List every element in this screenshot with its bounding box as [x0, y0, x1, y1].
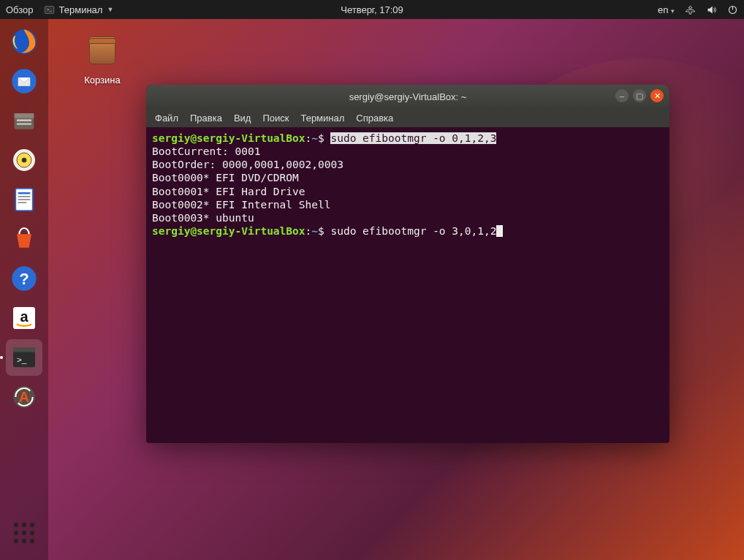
svg-text:?: ? [19, 270, 29, 288]
svg-rect-23 [13, 348, 35, 352]
launcher-amazon[interactable]: a [6, 300, 42, 336]
out-line: Boot0001* EFI Hard Drive [152, 186, 305, 197]
prompt-path: ~ [311, 132, 318, 144]
svg-rect-14 [18, 192, 31, 194]
out-line: Boot0000* EFI DVD/CDROM [152, 172, 299, 183]
svg-rect-7 [15, 113, 34, 118]
power-icon[interactable] [727, 4, 738, 15]
cmd-2: sudo efibootmgr -o 3,0,1,2 [330, 225, 496, 237]
svg-text:>_: >_ [17, 355, 27, 364]
app-menu[interactable]: >_ Терминал ▼ [44, 4, 114, 15]
menu-view[interactable]: Вид [234, 113, 251, 124]
cmd-1: sudo efibootmgr -o 0,1,2,3 [330, 132, 496, 144]
window-titlebar[interactable]: sergiy@sergiy-VirtualBox: ~ – ▢ ✕ [146, 85, 669, 108]
svg-text:a: a [20, 309, 29, 325]
desktop-trash[interactable]: Корзина [73, 29, 132, 86]
chevron-down-icon: ▾ [671, 7, 675, 15]
svg-rect-9 [17, 123, 31, 125]
svg-text:A: A [19, 389, 29, 405]
menu-help[interactable]: Справка [356, 113, 393, 124]
prompt-user: sergiy@sergiy-VirtualBox [152, 225, 305, 237]
terminal-window: sergiy@sergiy-VirtualBox: ~ – ▢ ✕ Файл П… [146, 85, 669, 443]
terminal-icon: >_ [44, 4, 55, 15]
launcher-files[interactable] [6, 102, 42, 139]
terminal-cursor [496, 225, 503, 237]
launcher-software[interactable] [6, 221, 42, 257]
out-line: BootOrder: 0000,0001,0002,0003 [152, 159, 343, 170]
input-lang[interactable]: en ▾ [658, 4, 675, 15]
window-maximize-button[interactable]: ▢ [633, 89, 646, 102]
launcher-dock: ? a >_ A [0, 19, 48, 560]
prompt-path: ~ [311, 225, 318, 237]
menu-terminal[interactable]: Терминал [300, 113, 344, 124]
activities-button[interactable]: Обзор [6, 4, 34, 15]
out-line: Boot0002* EFI Internal Shell [152, 199, 330, 211]
menu-file[interactable]: Файл [155, 113, 178, 124]
window-minimize-button[interactable]: – [615, 89, 629, 102]
svg-text:>_: >_ [46, 7, 52, 12]
svg-rect-16 [18, 199, 31, 200]
network-icon[interactable] [685, 4, 696, 15]
chevron-down-icon: ▼ [107, 6, 113, 13]
window-title: sergiy@sergiy-VirtualBox: ~ [349, 91, 467, 102]
svg-rect-17 [18, 202, 27, 203]
launcher-help[interactable]: ? [6, 260, 42, 297]
launcher-rhythmbox[interactable] [6, 142, 42, 178]
launcher-terminal[interactable]: >_ [6, 339, 42, 376]
launcher-updater[interactable]: A [6, 379, 42, 415]
menu-bar: Файл Правка Вид Поиск Терминал Справка [146, 108, 669, 127]
svg-rect-8 [17, 119, 31, 121]
trash-icon [87, 37, 118, 72]
app-menu-label: Терминал [59, 4, 103, 15]
volume-icon[interactable] [706, 4, 717, 15]
window-close-button[interactable]: ✕ [650, 89, 664, 102]
show-applications-button[interactable] [6, 515, 42, 551]
top-panel: Обзор >_ Терминал ▼ Четверг, 17:09 en ▾ [0, 0, 744, 19]
desktop-trash-label: Корзина [73, 75, 132, 86]
clock[interactable]: Четверг, 17:09 [341, 4, 403, 15]
launcher-firefox[interactable] [6, 23, 42, 60]
terminal-content[interactable]: sergiy@sergiy-VirtualBox:~$ sudo efiboot… [146, 127, 669, 242]
launcher-thunderbird[interactable] [6, 63, 42, 99]
svg-point-12 [22, 158, 27, 163]
prompt-user: sergiy@sergiy-VirtualBox [152, 132, 305, 144]
launcher-writer[interactable] [6, 181, 42, 218]
svg-rect-15 [18, 196, 31, 197]
out-line: Boot0003* ubuntu [152, 212, 254, 224]
menu-search[interactable]: Поиск [262, 113, 289, 124]
out-line: BootCurrent: 0001 [152, 145, 260, 157]
menu-edit[interactable]: Правка [190, 113, 222, 124]
